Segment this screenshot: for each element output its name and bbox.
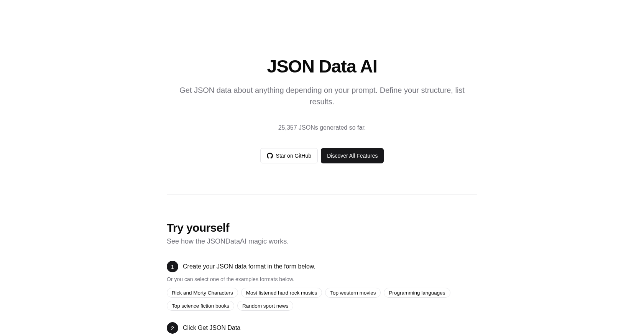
step-1-text: Create your JSON data format in the form… bbox=[183, 263, 315, 270]
example-chip[interactable]: Top science fiction books bbox=[167, 301, 234, 311]
star-github-button[interactable]: Star on GitHub bbox=[260, 148, 318, 163]
example-chip[interactable]: Random sport news bbox=[237, 301, 293, 311]
step-2-badge: 2 bbox=[167, 322, 178, 334]
github-icon bbox=[267, 153, 273, 159]
page-subtitle: Get JSON data about anything depending o… bbox=[169, 84, 475, 107]
page-title: JSON Data AI bbox=[169, 56, 475, 77]
example-chip[interactable]: Top western movies bbox=[325, 288, 381, 298]
step-1-badge: 1 bbox=[167, 261, 178, 272]
generation-count: 25,357 JSONs generated so far. bbox=[169, 124, 475, 131]
discover-features-label: Discover All Features bbox=[327, 153, 378, 159]
step-1-subtext: Or you can select one of the examples fo… bbox=[167, 276, 477, 282]
discover-features-button[interactable]: Discover All Features bbox=[321, 148, 384, 163]
example-chip[interactable]: Most listened hard rock musics bbox=[241, 288, 322, 298]
try-title: Try yourself bbox=[167, 221, 477, 234]
step-2-text: Click Get JSON Data bbox=[183, 324, 240, 331]
example-chip[interactable]: Programming languages bbox=[384, 288, 450, 298]
try-subtitle: See how the JSONDataAI magic works. bbox=[167, 237, 477, 245]
example-chip[interactable]: Rick and Morty Characters bbox=[167, 288, 238, 298]
star-github-label: Star on GitHub bbox=[276, 153, 312, 159]
